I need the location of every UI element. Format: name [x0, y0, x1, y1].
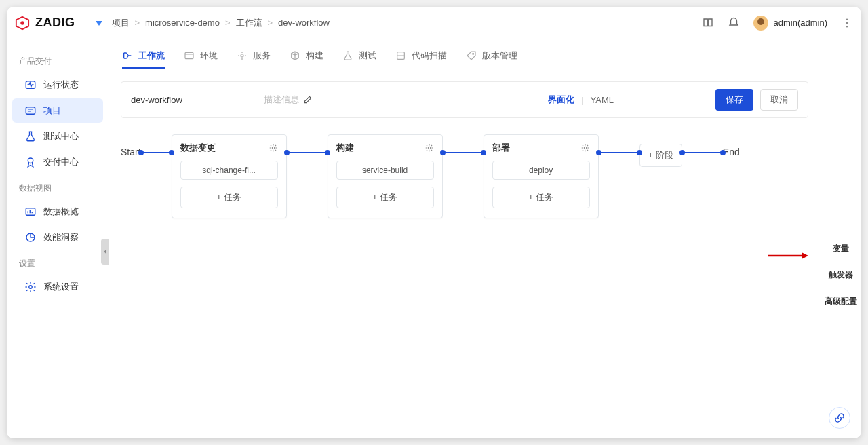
sidebar-item-label: 项目	[43, 104, 61, 117]
svg-rect-7	[26, 107, 35, 115]
breadcrumb-item[interactable]: dev-workflow	[278, 18, 330, 28]
logo: ZADIG	[15, 16, 96, 31]
cancel-button[interactable]: 取消	[760, 89, 798, 111]
svg-point-17	[272, 147, 275, 149]
main: 工作流 环境 服务 构建 测试	[108, 39, 821, 438]
sidebar-collapse-handle[interactable]	[101, 239, 109, 265]
svg-marker-12	[104, 250, 106, 254]
env-icon	[184, 50, 195, 61]
pie-icon	[24, 231, 37, 244]
stage-settings-icon[interactable]	[425, 143, 434, 153]
sidebar-item-test[interactable]: 测试中心	[12, 124, 103, 149]
task-item[interactable]: sql-change-fl...	[180, 161, 278, 180]
tab-workflow[interactable]: 工作流	[122, 50, 165, 69]
tab-label: 环境	[200, 50, 218, 62]
svg-point-11	[29, 286, 33, 289]
sidebar-item-overview[interactable]: 数据概览	[12, 199, 103, 224]
add-task-button[interactable]: + 任务	[180, 187, 278, 208]
flask-icon	[342, 50, 353, 61]
stage-title: 部署	[492, 142, 510, 154]
svg-point-4	[846, 22, 848, 23]
app-window: ZADIG 项目 > microservice-demo > 工作流 > dev…	[7, 7, 861, 438]
svg-rect-9	[26, 208, 35, 216]
workflow-icon	[122, 50, 133, 61]
sidebar-item-label: 交付中心	[43, 156, 79, 168]
more-menu-icon[interactable]	[841, 17, 853, 29]
sidebar-item-status[interactable]: 运行状态	[12, 73, 103, 97]
tab-scan[interactable]: 代码扫描	[395, 50, 447, 69]
task-item[interactable]: deploy	[492, 161, 590, 180]
avatar	[753, 16, 768, 31]
description-placeholder: 描述信息	[264, 94, 299, 106]
save-button[interactable]: 保存	[715, 89, 753, 111]
sidebar-section: 数据视图	[7, 176, 108, 198]
breadcrumb-sep: >	[268, 18, 273, 28]
rail-variables[interactable]: 变量	[833, 243, 849, 254]
user-menu[interactable]: admin(admin)	[753, 16, 827, 31]
format-toggle: 界面化 | YAML 保存 取消	[548, 89, 798, 111]
flow-connector	[443, 152, 484, 153]
svg-rect-13	[185, 52, 193, 58]
breadcrumb-item[interactable]: microservice-demo	[145, 18, 220, 28]
share-button[interactable]	[829, 407, 850, 429]
tab-service[interactable]: 服务	[237, 50, 271, 69]
stage-settings-icon[interactable]	[580, 143, 590, 153]
project-switcher-caret-icon[interactable]	[96, 20, 102, 26]
format-yaml[interactable]: YAML	[591, 95, 614, 105]
user-label: admin(admin)	[774, 18, 827, 28]
rail-triggers[interactable]: 触发器	[829, 269, 853, 281]
medal-icon	[24, 156, 37, 168]
stage-card[interactable]: 数据变更 sql-change-fl... + 任务	[172, 134, 287, 218]
add-task-button[interactable]: + 任务	[336, 187, 434, 208]
tab-label: 工作流	[138, 50, 165, 62]
svg-point-1	[20, 21, 24, 25]
stage-settings-icon[interactable]	[269, 143, 278, 153]
stage-title: 数据变更	[180, 142, 216, 154]
stage-card[interactable]: 部署 deploy + 任务	[484, 134, 599, 218]
service-icon	[237, 50, 248, 61]
tab-label: 测试	[359, 50, 376, 62]
tab-release[interactable]: 版本管理	[466, 50, 517, 69]
flow-start: Start	[121, 134, 141, 157]
tag-icon	[466, 50, 477, 61]
sidebar-item-label: 系统设置	[43, 281, 79, 293]
svg-marker-2	[96, 21, 102, 26]
tab-build[interactable]: 构建	[290, 50, 323, 69]
stage-card[interactable]: 构建 service-build + 任务	[328, 134, 443, 218]
logo-text: ZADIG	[35, 16, 75, 30]
sidebar-item-label: 数据概览	[43, 206, 79, 218]
sidebar-item-project[interactable]: 项目	[12, 98, 103, 123]
sidebar-item-delivery[interactable]: 交付中心	[12, 150, 103, 174]
svg-point-8	[28, 158, 33, 163]
bell-icon[interactable]	[728, 17, 740, 29]
breadcrumb-item[interactable]: 项目	[112, 17, 130, 29]
svg-point-3	[846, 18, 848, 20]
sidebar-section: 设置	[7, 251, 108, 273]
add-task-button[interactable]: + 任务	[492, 187, 590, 208]
sidebar-item-settings[interactable]: 系统设置	[12, 275, 103, 299]
format-ui[interactable]: 界面化	[548, 94, 574, 106]
task-item[interactable]: service-build	[336, 161, 434, 180]
add-stage-button[interactable]: + 阶段	[639, 144, 682, 167]
breadcrumb-item[interactable]: 工作流	[236, 17, 262, 29]
flow-connector	[599, 152, 639, 153]
flow: Start 数据变更 sql-change-fl... + 任务 构建	[121, 134, 808, 218]
sidebar-section: 产品交付	[7, 49, 108, 71]
tab-test[interactable]: 测试	[342, 50, 376, 69]
svg-point-14	[241, 54, 243, 57]
description-field[interactable]: 描述信息	[264, 94, 313, 106]
edit-icon	[303, 95, 313, 104]
annotation-arrow-icon	[768, 251, 808, 260]
svg-point-16	[473, 53, 474, 54]
chart-icon	[24, 206, 37, 218]
workflow-name[interactable]: dev-workflow	[131, 95, 182, 105]
tab-env[interactable]: 环境	[184, 50, 218, 69]
docs-icon[interactable]	[702, 17, 714, 29]
tab-label: 服务	[253, 50, 271, 62]
sidebar-item-insight[interactable]: 效能洞察	[12, 225, 103, 250]
topbar-right: admin(admin)	[702, 16, 853, 31]
top-bar: ZADIG 项目 > microservice-demo > 工作流 > dev…	[7, 7, 861, 39]
rail-advanced[interactable]: 高级配置	[825, 296, 857, 307]
flow-end: End	[723, 134, 740, 157]
heartbeat-icon	[24, 79, 37, 91]
